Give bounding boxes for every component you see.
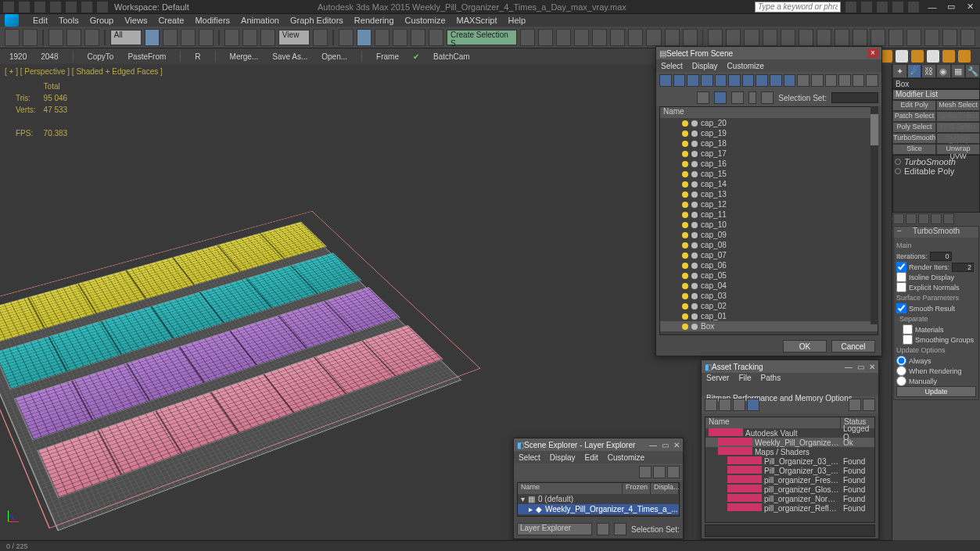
schematic-view-icon[interactable] <box>610 29 625 46</box>
filter-spacewarp-icon[interactable] <box>742 74 755 87</box>
out-height[interactable]: 2048 <box>41 52 58 61</box>
le-bot2-icon[interactable] <box>614 523 626 535</box>
light-2-icon[interactable] <box>726 29 741 46</box>
qat-link-icon[interactable] <box>97 2 108 13</box>
cancel-button[interactable]: Cancel <box>831 340 875 352</box>
qat-undo-icon[interactable] <box>66 2 77 13</box>
menu-modifiers[interactable]: Modifiers <box>195 16 230 25</box>
filter-light-icon[interactable] <box>701 74 713 87</box>
layer-row[interactable]: ▾ ▦ 0 (default) <box>518 494 679 504</box>
menu-edit[interactable]: Edit <box>585 453 598 462</box>
list-item[interactable]: cap_02 <box>660 301 878 311</box>
list-item[interactable]: cap_12 <box>660 199 878 209</box>
list-item[interactable]: cap_10 <box>660 220 878 230</box>
vray-16-icon[interactable] <box>958 50 971 63</box>
signin-icon[interactable] <box>861 2 872 13</box>
iterations-spinner[interactable]: 0 <box>930 252 952 261</box>
at-settings-icon[interactable] <box>863 399 875 411</box>
col-name[interactable]: Name <box>518 483 623 494</box>
maximize-button[interactable]: ▭ <box>857 363 864 371</box>
object-list[interactable]: Name cap_20cap_19cap_18cap_17cap_16cap_1… <box>659 106 878 335</box>
filter-15-icon[interactable] <box>853 74 865 87</box>
asset-row[interactable]: Weekly_Pill_Organizer_4_Times_a_Day_...O… <box>705 438 874 447</box>
asset-row[interactable]: Maps / Shaders <box>705 447 874 456</box>
list-item[interactable]: cap_15 <box>660 169 878 179</box>
merge-button[interactable]: Merge... <box>230 52 259 61</box>
favorites-icon[interactable] <box>892 2 903 13</box>
manually-radio[interactable] <box>896 376 906 386</box>
when-rendering-radio[interactable] <box>896 366 906 376</box>
menu-select[interactable]: Select <box>661 62 683 70</box>
select-region-icon[interactable] <box>181 29 196 46</box>
btn-mesh-select[interactable]: Mesh Select <box>936 100 980 111</box>
btn-slice[interactable]: Slice <box>892 144 936 155</box>
time-slider-pos[interactable]: 0 / 225 <box>6 542 28 550</box>
qat-new-icon[interactable] <box>19 2 30 13</box>
layer-row[interactable]: ▸ ◆ Weekly_Pill_Organizer_4_Times_a_... <box>518 504 679 514</box>
light-4-icon[interactable] <box>763 29 777 46</box>
spinner-snap-icon[interactable] <box>411 29 425 46</box>
filter-bone-icon[interactable] <box>784 74 796 87</box>
menu-display[interactable]: Display <box>550 453 576 462</box>
minimize-button[interactable]: — <box>925 2 939 13</box>
scale-icon[interactable] <box>260 29 275 46</box>
btn-patch-select[interactable]: Patch Select <box>892 111 936 122</box>
close-button[interactable]: × <box>867 48 878 58</box>
material-editor-icon[interactable] <box>628 29 643 46</box>
maximize-button[interactable]: ▭ <box>944 2 958 13</box>
menu-edit[interactable]: Edit <box>33 16 48 25</box>
bind-spacewarp-icon[interactable] <box>84 29 99 46</box>
link-icon[interactable] <box>48 29 63 46</box>
batchcam-button[interactable]: BatchCam <box>433 52 470 61</box>
filter-icon[interactable] <box>659 74 672 87</box>
always-radio[interactable] <box>896 356 906 366</box>
filter-11-icon[interactable] <box>797 74 809 87</box>
redo-icon[interactable] <box>23 29 38 46</box>
asset-row[interactable]: pill_organizer_Fresnel.pngFound <box>705 475 874 485</box>
angle-snap-icon[interactable] <box>375 29 389 46</box>
smoothing-groups-checkbox[interactable] <box>903 335 913 345</box>
menu-group[interactable]: Group <box>90 16 114 25</box>
expand-icon[interactable]: ▸ <box>529 505 533 513</box>
pastefrom-button[interactable]: PasteFrom <box>127 52 166 61</box>
list-item[interactable]: cap_09 <box>660 230 878 240</box>
selset-pick-icon[interactable] <box>731 91 744 104</box>
le-bot1-icon[interactable] <box>597 523 609 535</box>
asset-row[interactable]: pill_organizer_Reflection.pngFound <box>705 503 874 513</box>
filter-group-icon[interactable] <box>756 74 768 87</box>
filter-14-icon[interactable] <box>838 74 851 87</box>
select-name-icon[interactable] <box>163 29 178 46</box>
at-refresh-icon[interactable] <box>849 399 861 411</box>
asset-row[interactable]: Pill_Organizer_03_Diffuse.pngFound <box>705 456 874 466</box>
align-icon[interactable] <box>538 29 553 46</box>
render-iters-checkbox[interactable] <box>896 262 906 272</box>
tab-hierarchy-icon[interactable]: ⛓ <box>921 64 936 78</box>
smooth-result-checkbox[interactable] <box>896 303 906 313</box>
light-3-icon[interactable] <box>744 29 759 46</box>
asset-row[interactable]: Pill_Organizer_03_Refraction.pngFound <box>705 466 874 475</box>
edit-named-icon[interactable] <box>429 29 443 46</box>
list-item[interactable]: cap_13 <box>660 189 878 199</box>
workspace-dropdown[interactable]: Workspace: Default <box>114 2 189 12</box>
qat-save-icon[interactable] <box>50 2 61 13</box>
corona-2-icon[interactable] <box>835 29 849 46</box>
vray-sphere-icon[interactable] <box>911 50 924 63</box>
light-5-icon[interactable] <box>781 29 795 46</box>
help-icon[interactable] <box>908 2 919 13</box>
max-logo-icon[interactable] <box>5 14 19 27</box>
list-item[interactable]: cap_18 <box>660 138 878 148</box>
list-item[interactable]: cap_17 <box>660 148 878 159</box>
btn-ffd-select[interactable]: FFD Select <box>936 122 980 133</box>
expand-icon[interactable]: ▾ <box>521 495 525 503</box>
render-iters-spinner[interactable]: 2 <box>952 263 974 272</box>
menu-animation[interactable]: Animation <box>241 16 279 25</box>
le-layer-icon[interactable] <box>653 466 666 478</box>
menu-tools[interactable]: Tools <box>59 16 79 25</box>
out-width[interactable]: 1920 <box>9 52 27 61</box>
named-selection-dropdown[interactable]: Create Selection S <box>447 30 517 45</box>
pivot-center-icon[interactable] <box>313 29 328 46</box>
manipulate-icon[interactable] <box>339 29 354 46</box>
vray-14-icon[interactable] <box>927 50 939 63</box>
filter-13-icon[interactable] <box>825 74 838 87</box>
corona-9-icon[interactable] <box>960 29 975 46</box>
